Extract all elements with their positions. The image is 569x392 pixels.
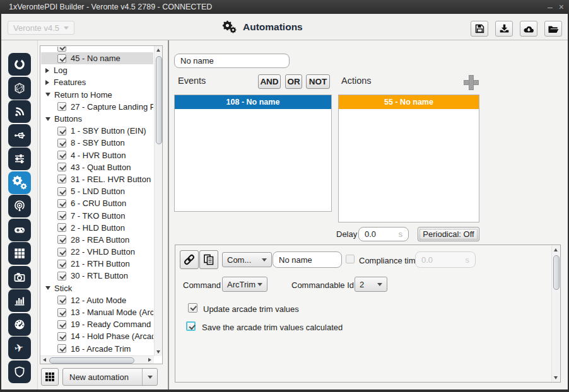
tree-item[interactable]: 4 - HVR Button (41, 149, 153, 161)
link-action-button[interactable] (180, 250, 199, 269)
update-arcade-trim-checkbox[interactable] (188, 303, 197, 313)
checkbox[interactable] (57, 163, 66, 171)
minimize-icon[interactable]: – (548, 3, 553, 11)
scroll-down-icon[interactable] (156, 350, 160, 354)
tree-vertical-scrollbar[interactable] (154, 46, 162, 356)
scroll-right-icon[interactable] (148, 358, 151, 362)
save-arcade-trim-checkbox[interactable] (186, 321, 196, 331)
scroll-up-icon[interactable] (156, 49, 160, 52)
checkbox[interactable] (57, 151, 66, 159)
checkbox[interactable] (57, 223, 66, 232)
chevron-down-icon[interactable] (142, 369, 157, 385)
expander-icon[interactable] (45, 286, 50, 290)
detail-vertical-scrollbar[interactable] (551, 246, 560, 382)
checkbox[interactable] (57, 211, 66, 220)
checkbox[interactable] (57, 127, 66, 135)
checkbox[interactable] (57, 102, 66, 111)
tree-item[interactable]: 21 - RTH Button (41, 258, 153, 270)
tree-group[interactable]: Buttons (41, 113, 153, 125)
action-item[interactable]: 55 - No name (339, 95, 479, 109)
expander-icon[interactable] (45, 93, 50, 96)
sidebar-item-antenna[interactable] (8, 195, 31, 217)
tree-item[interactable]: 30 - RTL Button (41, 270, 153, 282)
periodical-toggle-button[interactable]: Periodical: Off (418, 227, 479, 241)
checkbox[interactable] (57, 54, 66, 63)
automation-name-input[interactable]: No name (174, 54, 290, 68)
checkbox[interactable] (57, 248, 66, 257)
tree-item[interactable]: 45 - No name (41, 52, 153, 64)
tree-item[interactable]: 8 - SBY Button (41, 137, 153, 149)
checkbox[interactable] (57, 235, 66, 244)
import-button[interactable] (495, 21, 513, 37)
expander-icon[interactable] (45, 117, 50, 121)
tree-item[interactable]: 43 - Quat Button (41, 161, 153, 173)
scroll-left-icon[interactable] (43, 358, 46, 362)
checkbox[interactable] (57, 296, 66, 304)
checkbox[interactable] (57, 308, 66, 317)
add-action-icon[interactable] (464, 75, 478, 89)
sidebar-item-apps[interactable] (8, 242, 31, 265)
cloud-button[interactable] (520, 21, 537, 37)
tree-item[interactable] (41, 47, 153, 52)
not-operator-button[interactable]: NOT (306, 74, 330, 89)
save-button[interactable] (471, 21, 488, 37)
or-operator-button[interactable]: OR (285, 74, 302, 89)
sidebar-item-charts[interactable] (8, 289, 31, 312)
and-operator-button[interactable]: AND (258, 74, 281, 89)
expander-icon[interactable] (45, 80, 49, 85)
scroll-thumb[interactable] (49, 357, 134, 364)
tree-group[interactable]: Stick (41, 282, 153, 294)
sidebar-item-gauge[interactable] (8, 313, 31, 336)
checkbox[interactable] (57, 175, 66, 183)
new-automation-dropdown[interactable]: New automation (62, 368, 158, 386)
tree-item[interactable]: 12 - Auto Mode (41, 294, 153, 306)
tree-item[interactable]: 5 - LND Button (41, 185, 153, 197)
tree-item[interactable]: 14 - Hold Phase (Arcad (41, 330, 153, 342)
tree-item[interactable]: 19 - Ready Command (41, 318, 153, 330)
sidebar-item-camera[interactable] (8, 266, 31, 289)
sidebar-item-ring[interactable] (8, 53, 31, 76)
checkbox[interactable] (57, 47, 66, 52)
scroll-down-icon[interactable] (554, 376, 558, 379)
checkbox[interactable] (57, 260, 66, 268)
sidebar-item-stick[interactable] (8, 219, 31, 241)
scroll-thumb[interactable] (156, 56, 162, 144)
expander-icon[interactable] (45, 68, 49, 73)
action-name-input[interactable]: No name (273, 251, 342, 268)
tree-item[interactable]: 2 - HLD Button (41, 222, 153, 234)
tree-item[interactable]: 7 - TKO Button (41, 209, 153, 221)
sidebar-item-mesh[interactable] (8, 77, 31, 100)
compliance-time-checkbox[interactable] (346, 255, 355, 263)
sidebar-item-telemetry[interactable] (8, 100, 31, 123)
scroll-thumb[interactable] (553, 255, 560, 290)
sidebar-item-safety[interactable] (8, 360, 31, 383)
sidebar-item-flight[interactable]: ✈ (8, 337, 31, 359)
tree-group[interactable]: Return to Home (41, 89, 153, 101)
delay-input[interactable]: 0.0 s (358, 227, 409, 241)
tree-item[interactable]: 31 - REL. HVR Button (41, 173, 153, 185)
profile-selector[interactable]: Veronte v4.5 (8, 21, 74, 35)
checkbox[interactable] (57, 139, 66, 147)
tree-item[interactable]: 28 - REA Button (41, 234, 153, 246)
command-dropdown[interactable]: ArcTrim (222, 277, 267, 292)
checkbox[interactable] (57, 344, 66, 353)
automation-list-view-button[interactable] (41, 368, 59, 386)
commandable-id-dropdown[interactable]: 2 (355, 277, 387, 292)
tree-item[interactable]: 27 - Capture Landing P (41, 101, 153, 113)
event-item[interactable]: 108 - No name (175, 95, 331, 109)
tree-group[interactable]: Log (41, 64, 153, 76)
copy-action-button[interactable] (199, 250, 218, 269)
open-button[interactable] (544, 21, 562, 37)
sidebar-item-settings[interactable] (8, 147, 31, 170)
checkbox[interactable] (57, 320, 66, 329)
action-type-dropdown[interactable]: Com... (222, 252, 272, 267)
checkbox[interactable] (57, 332, 66, 341)
tree-group[interactable]: Features (41, 76, 153, 88)
close-icon[interactable]: × (559, 3, 564, 11)
tree-item[interactable]: 13 - Manual Mode (Arc (41, 306, 153, 318)
scroll-up-icon[interactable] (554, 248, 558, 251)
checkbox[interactable] (57, 199, 66, 208)
sidebar-item-automations[interactable] (8, 171, 31, 194)
checkbox[interactable] (57, 272, 66, 280)
sidebar-item-usb[interactable] (8, 124, 31, 147)
